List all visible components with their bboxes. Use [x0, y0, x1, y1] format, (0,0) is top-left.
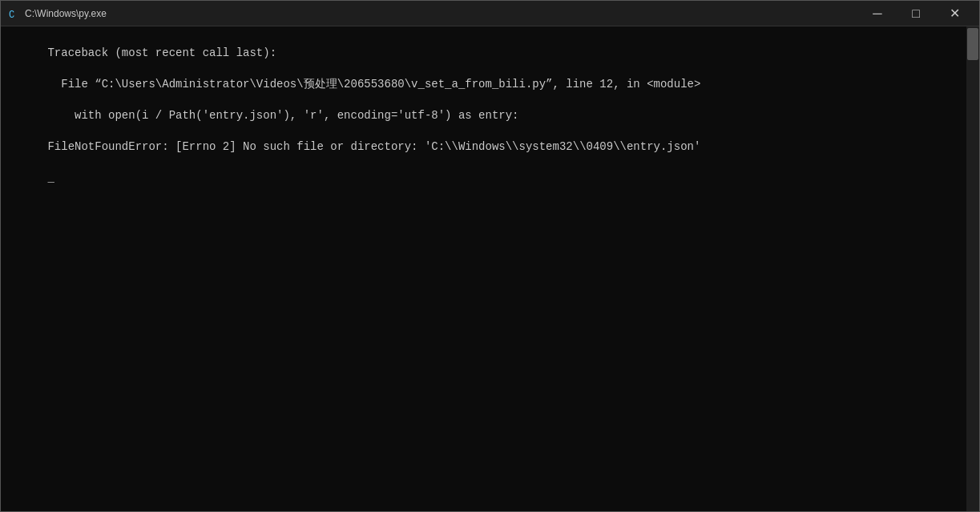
maximize-button[interactable]: □: [897, 1, 934, 26]
window-icon: C: [7, 7, 20, 20]
main-window: C C:\Windows\py.exe ─ □ ✕ Traceback (mos…: [0, 0, 980, 512]
traceback-line: Traceback (most recent call last):: [47, 46, 276, 59]
scrollbar-thumb[interactable]: [967, 28, 978, 60]
title-bar: C C:\Windows\py.exe ─ □ ✕: [1, 1, 979, 26]
close-button[interactable]: ✕: [936, 1, 973, 26]
with-open-line: with open(i / Path('entry.json'), 'r', e…: [47, 109, 518, 122]
title-left: C C:\Windows\py.exe: [7, 7, 107, 20]
console-output: Traceback (most recent call last): File …: [7, 30, 973, 203]
cursor: _: [47, 171, 54, 184]
console-area: Traceback (most recent call last): File …: [1, 26, 979, 511]
svg-text:C: C: [9, 10, 14, 20]
error-line: FileNotFoundError: [Errno 2] No such fil…: [47, 140, 700, 153]
window-title: C:\Windows\py.exe: [25, 8, 107, 19]
title-controls: ─ □ ✕: [859, 1, 973, 26]
file-line: File “C:\Users\Administrator\Videos\预处理\…: [47, 78, 700, 91]
vertical-scrollbar[interactable]: [966, 26, 979, 511]
minimize-button[interactable]: ─: [859, 1, 896, 26]
